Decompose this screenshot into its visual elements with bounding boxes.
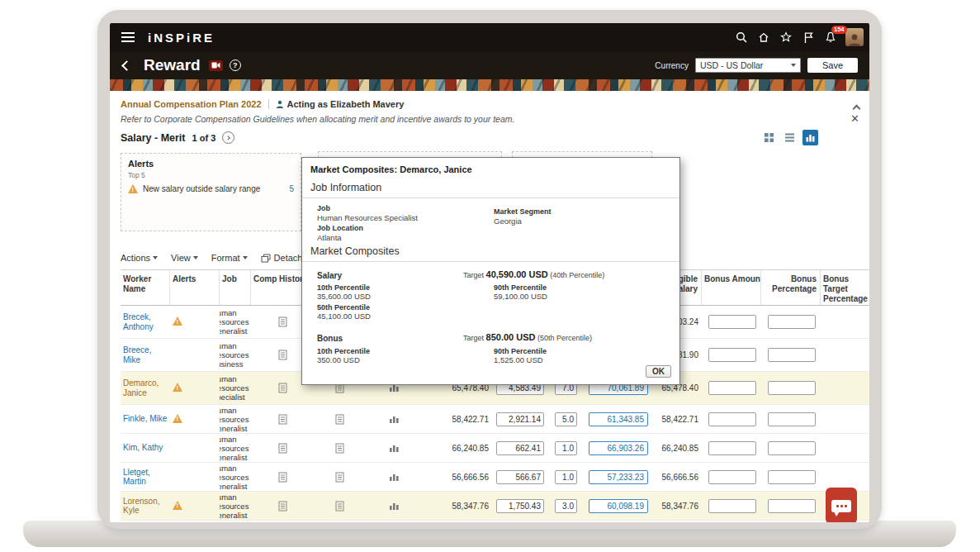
- person-icon: [276, 100, 284, 108]
- percentage-input[interactable]: [555, 441, 577, 455]
- adjustment-amount-input[interactable]: [496, 499, 544, 513]
- favorites-star-icon[interactable]: [779, 30, 793, 45]
- notes-icon[interactable]: [335, 443, 344, 454]
- eligible-salary: 58,347.76: [657, 502, 702, 511]
- view-menu[interactable]: View: [171, 253, 198, 263]
- chat-fab-icon[interactable]: [826, 488, 857, 522]
- comp-history-icon[interactable]: [278, 316, 287, 327]
- page-header: Reward ? Currency USD - US Dollar Save: [110, 51, 869, 79]
- user-avatar[interactable]: [845, 28, 864, 46]
- alert-warning-icon: !: [173, 316, 182, 326]
- salary-p50-value: 45,100.00 USD: [317, 312, 371, 321]
- next-section-button[interactable]: [222, 131, 234, 144]
- bonus-amount-input[interactable]: [708, 315, 756, 329]
- adjustment-amount-input[interactable]: [496, 441, 544, 455]
- analytics-chart-icon[interactable]: [389, 415, 400, 424]
- eligible-salary: 66,240.85: [657, 444, 702, 453]
- analytics-chart-icon[interactable]: [389, 502, 400, 511]
- new-salary-link[interactable]: 66,903.26: [589, 441, 648, 455]
- new-salary-link[interactable]: 57,233.23: [589, 470, 648, 484]
- worker-name-link[interactable]: Breece, Mike: [123, 345, 168, 364]
- worker-name-link[interactable]: Kim, Kathy: [123, 443, 168, 453]
- bonus-amount-input[interactable]: [708, 470, 756, 484]
- alert-count-link[interactable]: 5: [289, 184, 294, 193]
- percentage-input[interactable]: [555, 412, 577, 426]
- ok-button[interactable]: OK: [646, 365, 671, 378]
- video-tutorial-icon[interactable]: [209, 60, 223, 71]
- bonus-percentage-input[interactable]: [768, 315, 816, 329]
- table-row: Lorenson, Kyle ! Human Resources General…: [121, 492, 869, 521]
- currency-label: Currency: [655, 61, 689, 70]
- percentage-input[interactable]: [555, 470, 577, 484]
- help-icon[interactable]: ?: [230, 59, 241, 71]
- salary-p10-value: 35,600.00 USD: [317, 292, 371, 301]
- bonus-amount-input[interactable]: [708, 381, 756, 395]
- col-bonus-amount: Bonus Amount: [702, 270, 761, 305]
- new-salary-link[interactable]: 60,098.19: [589, 499, 648, 513]
- notes-icon[interactable]: [335, 501, 344, 512]
- actions-menu[interactable]: Actions: [121, 253, 158, 263]
- comp-history-icon[interactable]: [278, 414, 287, 425]
- comp-history-icon[interactable]: [278, 350, 287, 360]
- adjustment-amount-input[interactable]: [496, 470, 544, 484]
- bonus-amount-input[interactable]: [708, 441, 756, 455]
- notes-icon[interactable]: [335, 414, 344, 425]
- salary-p90-value: 59,100.00 USD: [494, 292, 547, 301]
- home-icon[interactable]: [756, 30, 771, 45]
- comp-history-icon[interactable]: [278, 501, 287, 512]
- grid-view-icon[interactable]: [761, 130, 777, 145]
- bonus-percentage-input[interactable]: [768, 381, 816, 395]
- bonus-percentage-input[interactable]: [768, 470, 816, 484]
- format-menu[interactable]: Format: [211, 253, 248, 263]
- hamburger-menu-icon[interactable]: [121, 32, 135, 34]
- save-button[interactable]: Save: [807, 58, 858, 73]
- adjustment-amount-input[interactable]: [496, 412, 544, 426]
- chevron-down-icon: [791, 64, 796, 67]
- chart-view-icon[interactable]: [802, 130, 818, 145]
- back-arrow-icon[interactable]: [121, 60, 132, 71]
- comp-history-icon[interactable]: [278, 383, 287, 393]
- bonus-amount-input[interactable]: [708, 499, 756, 513]
- search-icon[interactable]: [734, 30, 749, 45]
- market-segment-label: Market Segment: [494, 207, 552, 216]
- job-location-value: Atlanta: [317, 233, 342, 242]
- notification-badge: 154: [831, 26, 847, 34]
- worker-name-link[interactable]: Demarco, Janice: [123, 378, 168, 397]
- bonus-amount-input[interactable]: [708, 348, 756, 362]
- table-row: Lletget, Martin Human Resources Generali…: [121, 463, 869, 492]
- new-salary-link[interactable]: 61,343.85: [589, 412, 648, 426]
- market-composites-heading: Market Composites: [310, 245, 400, 257]
- worker-name-link[interactable]: Lorenson, Kyle: [123, 497, 168, 516]
- view-switcher: [761, 130, 818, 145]
- list-view-icon[interactable]: [782, 130, 798, 145]
- alert-warning-icon: !: [173, 383, 182, 392]
- comp-history-icon[interactable]: [278, 443, 287, 454]
- analytics-chart-icon[interactable]: [389, 473, 400, 482]
- bonus-percentage-input[interactable]: [768, 441, 816, 455]
- flag-icon[interactable]: [801, 30, 816, 45]
- job-title: Human Resources Specialist: [220, 374, 251, 402]
- current-salary: 66,240.85: [423, 444, 492, 453]
- job-title: Human Resources Generalist: [220, 435, 251, 462]
- analytics-chart-icon[interactable]: [389, 444, 400, 453]
- currency-select[interactable]: USD - US Dollar: [695, 58, 801, 73]
- plan-name-link[interactable]: Annual Compensation Plan 2022: [121, 99, 262, 109]
- bonus-percentage-input[interactable]: [768, 499, 816, 513]
- notifications-bell-icon[interactable]: 154: [823, 30, 838, 45]
- app-screen: iNSPiRE 154: [110, 23, 869, 522]
- comp-history-icon[interactable]: [278, 472, 287, 483]
- col-bonus-percentage: Bonus Percentage: [761, 270, 821, 305]
- close-icon[interactable]: ✕: [850, 112, 859, 125]
- plan-bar: Annual Compensation Plan 2022 Acting as …: [121, 98, 861, 110]
- col-job: Job: [220, 270, 251, 305]
- worker-name-link[interactable]: Brecek, Anthony: [123, 312, 168, 331]
- detach-button[interactable]: Detach: [261, 253, 303, 263]
- percentage-input[interactable]: [555, 499, 577, 513]
- bonus-percentage-input[interactable]: [768, 348, 816, 362]
- bonus-percentage-input[interactable]: [768, 412, 816, 426]
- worker-name-link[interactable]: Lletget, Martin: [123, 468, 168, 487]
- notes-icon[interactable]: [335, 472, 344, 483]
- acting-as-label: Acting as Elizabeth Mavery: [287, 99, 405, 109]
- worker-name-link[interactable]: Finkle, Mike: [123, 414, 168, 424]
- bonus-amount-input[interactable]: [708, 412, 756, 426]
